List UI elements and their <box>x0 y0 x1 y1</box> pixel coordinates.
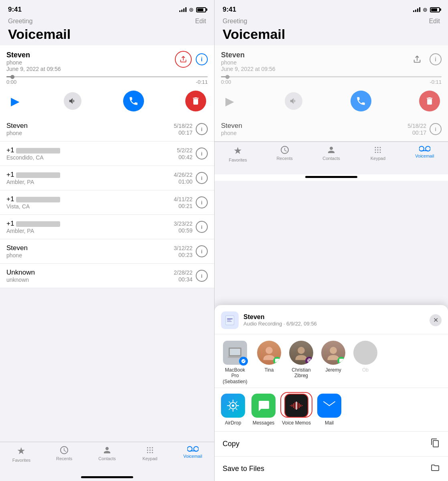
info-btn-vm1-left[interactable]: i <box>196 123 208 135</box>
active-card-actions-left: i <box>175 51 208 68</box>
info-btn-vm2-left[interactable]: i <box>196 148 208 160</box>
active-voicemail-card-right: Steven phone June 9, 2022 at 09:56 i <box>215 45 448 117</box>
svg-point-34 <box>375 147 376 148</box>
progress-remaining-left: -0:11 <box>196 79 208 85</box>
voicemail-item-1-left[interactable]: Steven phone 5/18/22 00:17 i <box>0 117 214 141</box>
info-button-right[interactable]: i <box>430 53 442 65</box>
progress-section-left: 0:00 -0:11 <box>6 76 208 85</box>
svg-point-21 <box>330 347 337 354</box>
svg-point-19 <box>266 347 273 354</box>
info-btn-vm3-left[interactable]: i <box>196 172 208 184</box>
svg-point-20 <box>298 347 305 354</box>
playback-controls-left: ▶ <box>6 91 208 111</box>
share-file-meta: Audio Recording · 6/9/22, 09:56 <box>243 321 317 327</box>
tab-contacts-right[interactable]: Contacts <box>308 145 355 161</box>
share-app-airdrop[interactable]: AirDrop <box>221 394 245 426</box>
active-card-actions-right: i <box>409 51 442 68</box>
voicemail-item-4-left[interactable]: +1 Vista, CA 4/11/22 00:21 i <box>0 190 214 215</box>
info-btn-vm5-left[interactable]: i <box>196 221 208 233</box>
share-contact-macbook[interactable]: MacBook Pro(Sebastien) <box>221 341 249 384</box>
voicemail-item-5-left[interactable]: +1 Ambler, PA 3/23/22 00:59 i <box>0 215 214 239</box>
tab-favorites-right[interactable]: ★ Favorites <box>215 145 261 162</box>
progress-current-right: 0:00 <box>221 79 231 85</box>
svg-point-38 <box>377 150 379 151</box>
delete-button-left[interactable] <box>185 91 206 111</box>
tab-voicemail-right[interactable]: Voicemail <box>401 145 448 158</box>
battery-icon-left <box>196 7 206 12</box>
svg-point-42 <box>380 152 381 153</box>
progress-remaining-right: -0:11 <box>430 79 442 85</box>
share-app-mail[interactable]: Mail <box>317 394 341 426</box>
battery-icon-right <box>430 7 440 12</box>
info-btn-vm7-left[interactable]: i <box>196 270 208 282</box>
info-btn-vm4-left[interactable]: i <box>196 196 208 208</box>
svg-rect-14 <box>227 320 231 321</box>
voicemail-item-2-left[interactable]: +1 Escondido, CA 5/2/22 00:42 i <box>0 141 214 166</box>
call-button-right[interactable] <box>351 91 371 111</box>
edit-button-right[interactable]: Edit <box>429 18 440 25</box>
svg-point-39 <box>380 150 381 151</box>
voicemail-item-3-left[interactable]: +1 Ambler, PA 4/26/22 01:00 i <box>0 166 214 190</box>
keypad-icon-right <box>373 145 383 155</box>
info-btn-second-right[interactable]: i <box>430 123 442 135</box>
greeting-label-right: Greeting <box>223 18 247 25</box>
share-action-save-to-files[interactable]: Save to Files <box>215 457 448 481</box>
info-button-left[interactable]: i <box>196 53 208 65</box>
delete-button-right[interactable] <box>419 91 440 111</box>
wifi-icon-right: ⊛ <box>423 6 428 13</box>
play-button-right[interactable]: ▶ <box>223 95 237 108</box>
voicememos-label: Voice Memos <box>282 420 311 426</box>
svg-point-8 <box>152 452 153 453</box>
share-contact-jeremy[interactable]: Jeremy <box>321 341 345 384</box>
share-contact-tina[interactable]: Tina <box>257 341 281 384</box>
recents-icon-left <box>59 445 69 455</box>
svg-point-7 <box>149 452 150 453</box>
status-icons-right: ⊛ <box>413 6 440 13</box>
share-contact-ob[interactable]: Ob <box>353 341 377 384</box>
svg-point-4 <box>149 450 150 451</box>
second-vm-item-right: Steven phone 5/18/22 00:17 i <box>215 117 448 141</box>
svg-point-3 <box>147 450 148 451</box>
tab-keypad-left[interactable]: Keypad <box>128 445 171 461</box>
share-button-left[interactable] <box>175 51 192 68</box>
tab-recents-right[interactable]: Recents <box>261 145 308 161</box>
svg-point-1 <box>149 447 150 449</box>
speaker-button-left[interactable] <box>64 92 81 110</box>
share-app-voicememos[interactable]: Voice Memos <box>282 394 311 426</box>
share-action-copy[interactable]: Copy <box>215 432 448 457</box>
tab-keypad-right[interactable]: Keypad <box>355 145 401 161</box>
info-btn-vm6-left[interactable]: i <box>196 245 208 257</box>
share-sheet: Steven Audio Recording · 6/9/22, 09:56 ✕ <box>215 305 448 481</box>
voicemail-item-7-left[interactable]: Unknown unknown 2/28/22 00:34 i <box>0 264 214 288</box>
share-file-name: Steven <box>243 313 317 321</box>
share-close-button[interactable]: ✕ <box>430 314 442 326</box>
call-date-right: June 9, 2022 at 09:56 <box>221 66 275 72</box>
svg-rect-13 <box>227 318 233 319</box>
tab-recents-left[interactable]: Recents <box>43 445 86 461</box>
tab-favorites-left[interactable]: ★ Favorites <box>0 445 43 463</box>
tab-voicemail-left[interactable]: Voicemail <box>171 445 214 459</box>
home-bar-right <box>305 176 357 178</box>
caller-name-right: Steven <box>221 51 275 59</box>
speaker-button-right[interactable] <box>285 92 302 110</box>
call-date-left: June 9, 2022 at 09:56 <box>6 66 61 72</box>
svg-rect-17 <box>230 349 240 355</box>
status-bar-right: 9:41 ⊛ <box>215 0 448 16</box>
share-contact-christian[interactable]: ChristianZibreg <box>289 341 313 384</box>
svg-point-0 <box>147 447 148 449</box>
edit-button-left[interactable]: Edit <box>195 18 206 25</box>
share-app-messages[interactable]: Messages <box>251 394 276 426</box>
play-button-left[interactable]: ▶ <box>8 95 22 108</box>
voicemail-item-6-left[interactable]: Steven phone 3/12/22 00:23 i <box>0 239 214 264</box>
voicemail-title-right: Voicemail <box>223 26 440 42</box>
svg-point-37 <box>375 150 376 151</box>
left-phone-screen: 9:41 ⊛ Greeting Edit Voicemail Steven <box>0 0 215 481</box>
call-button-left[interactable] <box>123 91 144 111</box>
contacts-icon-left <box>102 445 112 455</box>
voicemail-header-left: Greeting Edit Voicemail <box>0 16 214 45</box>
home-bar-left <box>81 476 133 478</box>
progress-section-right: 0:00 -0:11 <box>221 76 442 85</box>
tab-contacts-left[interactable]: Contacts <box>86 445 129 461</box>
svg-point-23 <box>232 404 234 407</box>
share-btn-right[interactable] <box>409 51 426 68</box>
